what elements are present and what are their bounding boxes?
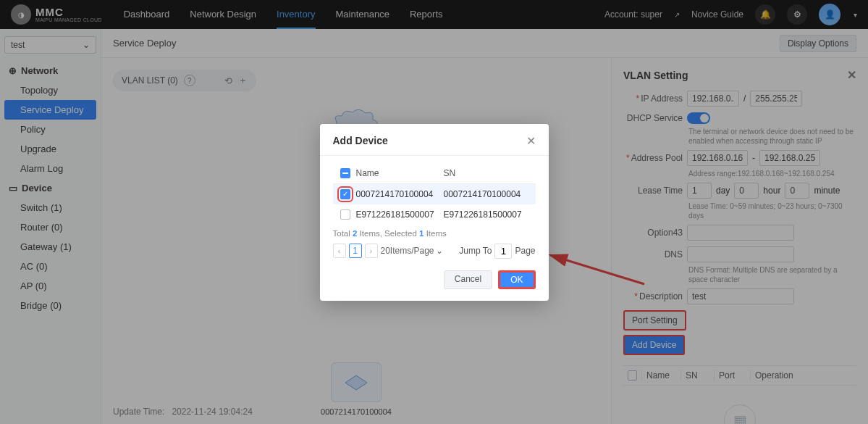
pager-jump-label: Jump To bbox=[459, 246, 492, 256]
modal-table-header: Name SN bbox=[333, 163, 536, 184]
pager-page-label: Page bbox=[515, 246, 535, 256]
modal-row[interactable]: E971226181500007 E971226181500007 bbox=[333, 204, 536, 225]
modal-row-checkbox[interactable]: ✓ bbox=[340, 189, 350, 199]
modal-row-name: 0007214170100004 bbox=[353, 189, 444, 199]
modal-row-checkbox[interactable] bbox=[340, 209, 350, 220]
modal-select-all-checkbox[interactable] bbox=[340, 168, 350, 178]
modal-col-sn: SN bbox=[444, 168, 531, 178]
pager-jump-input[interactable] bbox=[494, 244, 512, 259]
add-device-modal: Add Device ✕ Name SN ✓ 0007214170100004 … bbox=[320, 124, 549, 301]
chevron-down-icon: ⌄ bbox=[436, 246, 443, 256]
modal-title: Add Device bbox=[333, 135, 388, 146]
modal-row-name: E971226181500007 bbox=[353, 209, 444, 220]
modal-row[interactable]: ✓ 0007214170100004 0007214170100004 bbox=[333, 184, 536, 204]
modal-pager: ‹ 1 › 20Items/Page⌄ Jump To Page bbox=[333, 244, 536, 259]
modal-row-sn: E971226181500007 bbox=[444, 209, 531, 220]
pager-next[interactable]: › bbox=[365, 244, 378, 258]
pager-size[interactable]: 20Items/Page⌄ bbox=[381, 246, 443, 256]
modal-row-sn: 0007214170100004 bbox=[444, 189, 531, 199]
modal-summary: Total 2 Items, Selected 1 Items bbox=[333, 229, 536, 238]
modal-close-icon[interactable]: ✕ bbox=[526, 134, 536, 148]
ok-button[interactable]: OK bbox=[498, 270, 535, 289]
modal-col-name: Name bbox=[353, 168, 444, 178]
pager-current: 1 bbox=[349, 244, 362, 258]
cancel-button[interactable]: Cancel bbox=[444, 270, 492, 289]
pager-prev[interactable]: ‹ bbox=[333, 244, 346, 258]
